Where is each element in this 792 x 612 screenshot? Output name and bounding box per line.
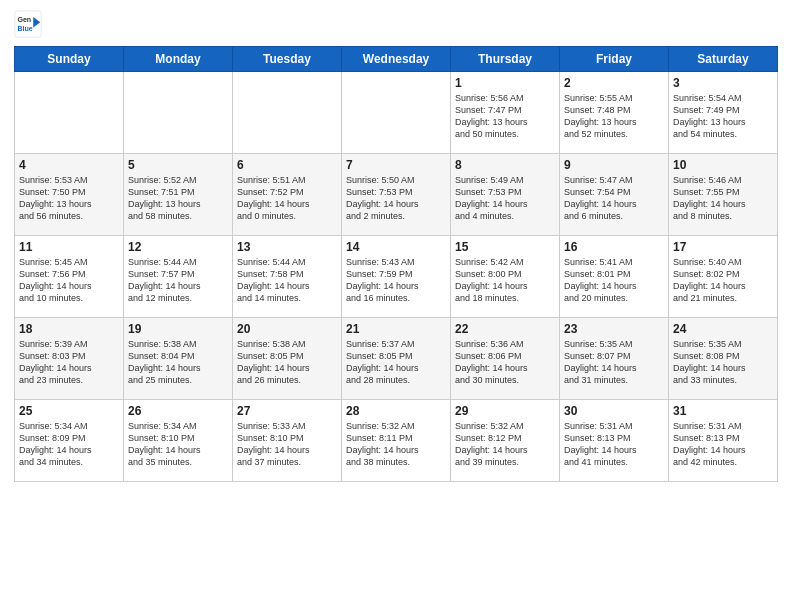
calendar-cell: 12Sunrise: 5:44 AMSunset: 7:57 PMDayligh…	[124, 236, 233, 318]
calendar-cell: 7Sunrise: 5:50 AMSunset: 7:53 PMDaylight…	[342, 154, 451, 236]
cell-content: Sunrise: 5:54 AMSunset: 7:49 PMDaylight:…	[673, 92, 773, 141]
logo: Gen Blue	[14, 10, 46, 38]
day-number: 2	[564, 76, 664, 90]
day-number: 16	[564, 240, 664, 254]
day-number: 13	[237, 240, 337, 254]
header-cell-sunday: Sunday	[15, 47, 124, 72]
day-number: 30	[564, 404, 664, 418]
cell-content: Sunrise: 5:45 AMSunset: 7:56 PMDaylight:…	[19, 256, 119, 305]
day-number: 1	[455, 76, 555, 90]
calendar-cell: 13Sunrise: 5:44 AMSunset: 7:58 PMDayligh…	[233, 236, 342, 318]
calendar-cell: 6Sunrise: 5:51 AMSunset: 7:52 PMDaylight…	[233, 154, 342, 236]
cell-content: Sunrise: 5:36 AMSunset: 8:06 PMDaylight:…	[455, 338, 555, 387]
header-cell-friday: Friday	[560, 47, 669, 72]
day-number: 18	[19, 322, 119, 336]
calendar-cell: 29Sunrise: 5:32 AMSunset: 8:12 PMDayligh…	[451, 400, 560, 482]
cell-content: Sunrise: 5:40 AMSunset: 8:02 PMDaylight:…	[673, 256, 773, 305]
calendar-cell: 5Sunrise: 5:52 AMSunset: 7:51 PMDaylight…	[124, 154, 233, 236]
day-number: 26	[128, 404, 228, 418]
cell-content: Sunrise: 5:52 AMSunset: 7:51 PMDaylight:…	[128, 174, 228, 223]
day-number: 29	[455, 404, 555, 418]
day-number: 12	[128, 240, 228, 254]
header-row: SundayMondayTuesdayWednesdayThursdayFrid…	[15, 47, 778, 72]
cell-content: Sunrise: 5:55 AMSunset: 7:48 PMDaylight:…	[564, 92, 664, 141]
day-number: 14	[346, 240, 446, 254]
cell-content: Sunrise: 5:32 AMSunset: 8:11 PMDaylight:…	[346, 420, 446, 469]
calendar-cell: 19Sunrise: 5:38 AMSunset: 8:04 PMDayligh…	[124, 318, 233, 400]
cell-content: Sunrise: 5:31 AMSunset: 8:13 PMDaylight:…	[673, 420, 773, 469]
header-cell-monday: Monday	[124, 47, 233, 72]
cell-content: Sunrise: 5:38 AMSunset: 8:04 PMDaylight:…	[128, 338, 228, 387]
calendar-cell: 20Sunrise: 5:38 AMSunset: 8:05 PMDayligh…	[233, 318, 342, 400]
day-number: 11	[19, 240, 119, 254]
day-number: 22	[455, 322, 555, 336]
calendar-cell: 25Sunrise: 5:34 AMSunset: 8:09 PMDayligh…	[15, 400, 124, 482]
calendar-cell: 3Sunrise: 5:54 AMSunset: 7:49 PMDaylight…	[669, 72, 778, 154]
day-number: 6	[237, 158, 337, 172]
cell-content: Sunrise: 5:35 AMSunset: 8:08 PMDaylight:…	[673, 338, 773, 387]
cell-content: Sunrise: 5:32 AMSunset: 8:12 PMDaylight:…	[455, 420, 555, 469]
cell-content: Sunrise: 5:43 AMSunset: 7:59 PMDaylight:…	[346, 256, 446, 305]
calendar-cell	[15, 72, 124, 154]
calendar-cell: 1Sunrise: 5:56 AMSunset: 7:47 PMDaylight…	[451, 72, 560, 154]
day-number: 20	[237, 322, 337, 336]
day-number: 15	[455, 240, 555, 254]
calendar-cell: 22Sunrise: 5:36 AMSunset: 8:06 PMDayligh…	[451, 318, 560, 400]
week-row-4: 18Sunrise: 5:39 AMSunset: 8:03 PMDayligh…	[15, 318, 778, 400]
cell-content: Sunrise: 5:37 AMSunset: 8:05 PMDaylight:…	[346, 338, 446, 387]
day-number: 3	[673, 76, 773, 90]
cell-content: Sunrise: 5:38 AMSunset: 8:05 PMDaylight:…	[237, 338, 337, 387]
calendar-cell: 18Sunrise: 5:39 AMSunset: 8:03 PMDayligh…	[15, 318, 124, 400]
cell-content: Sunrise: 5:56 AMSunset: 7:47 PMDaylight:…	[455, 92, 555, 141]
cell-content: Sunrise: 5:49 AMSunset: 7:53 PMDaylight:…	[455, 174, 555, 223]
day-number: 28	[346, 404, 446, 418]
calendar-cell: 16Sunrise: 5:41 AMSunset: 8:01 PMDayligh…	[560, 236, 669, 318]
day-number: 10	[673, 158, 773, 172]
logo-icon: Gen Blue	[14, 10, 42, 38]
day-number: 5	[128, 158, 228, 172]
calendar-cell: 14Sunrise: 5:43 AMSunset: 7:59 PMDayligh…	[342, 236, 451, 318]
day-number: 19	[128, 322, 228, 336]
calendar-cell: 28Sunrise: 5:32 AMSunset: 8:11 PMDayligh…	[342, 400, 451, 482]
day-number: 4	[19, 158, 119, 172]
cell-content: Sunrise: 5:44 AMSunset: 7:58 PMDaylight:…	[237, 256, 337, 305]
cell-content: Sunrise: 5:51 AMSunset: 7:52 PMDaylight:…	[237, 174, 337, 223]
cell-content: Sunrise: 5:39 AMSunset: 8:03 PMDaylight:…	[19, 338, 119, 387]
header-cell-saturday: Saturday	[669, 47, 778, 72]
svg-text:Blue: Blue	[18, 25, 33, 32]
cell-content: Sunrise: 5:42 AMSunset: 8:00 PMDaylight:…	[455, 256, 555, 305]
day-number: 9	[564, 158, 664, 172]
header-cell-wednesday: Wednesday	[342, 47, 451, 72]
cell-content: Sunrise: 5:34 AMSunset: 8:09 PMDaylight:…	[19, 420, 119, 469]
cell-content: Sunrise: 5:31 AMSunset: 8:13 PMDaylight:…	[564, 420, 664, 469]
week-row-2: 4Sunrise: 5:53 AMSunset: 7:50 PMDaylight…	[15, 154, 778, 236]
cell-content: Sunrise: 5:44 AMSunset: 7:57 PMDaylight:…	[128, 256, 228, 305]
day-number: 17	[673, 240, 773, 254]
header-cell-thursday: Thursday	[451, 47, 560, 72]
cell-content: Sunrise: 5:47 AMSunset: 7:54 PMDaylight:…	[564, 174, 664, 223]
cell-content: Sunrise: 5:41 AMSunset: 8:01 PMDaylight:…	[564, 256, 664, 305]
week-row-1: 1Sunrise: 5:56 AMSunset: 7:47 PMDaylight…	[15, 72, 778, 154]
header: Gen Blue	[14, 10, 778, 38]
calendar-cell: 27Sunrise: 5:33 AMSunset: 8:10 PMDayligh…	[233, 400, 342, 482]
header-cell-tuesday: Tuesday	[233, 47, 342, 72]
day-number: 21	[346, 322, 446, 336]
day-number: 27	[237, 404, 337, 418]
day-number: 25	[19, 404, 119, 418]
week-row-5: 25Sunrise: 5:34 AMSunset: 8:09 PMDayligh…	[15, 400, 778, 482]
cell-content: Sunrise: 5:50 AMSunset: 7:53 PMDaylight:…	[346, 174, 446, 223]
day-number: 8	[455, 158, 555, 172]
calendar-cell: 9Sunrise: 5:47 AMSunset: 7:54 PMDaylight…	[560, 154, 669, 236]
calendar-cell: 31Sunrise: 5:31 AMSunset: 8:13 PMDayligh…	[669, 400, 778, 482]
calendar-cell: 10Sunrise: 5:46 AMSunset: 7:55 PMDayligh…	[669, 154, 778, 236]
calendar-cell: 2Sunrise: 5:55 AMSunset: 7:48 PMDaylight…	[560, 72, 669, 154]
day-number: 23	[564, 322, 664, 336]
calendar-cell	[233, 72, 342, 154]
calendar-cell: 8Sunrise: 5:49 AMSunset: 7:53 PMDaylight…	[451, 154, 560, 236]
day-number: 24	[673, 322, 773, 336]
calendar-cell: 17Sunrise: 5:40 AMSunset: 8:02 PMDayligh…	[669, 236, 778, 318]
calendar-cell: 23Sunrise: 5:35 AMSunset: 8:07 PMDayligh…	[560, 318, 669, 400]
cell-content: Sunrise: 5:34 AMSunset: 8:10 PMDaylight:…	[128, 420, 228, 469]
day-number: 7	[346, 158, 446, 172]
calendar-cell: 30Sunrise: 5:31 AMSunset: 8:13 PMDayligh…	[560, 400, 669, 482]
